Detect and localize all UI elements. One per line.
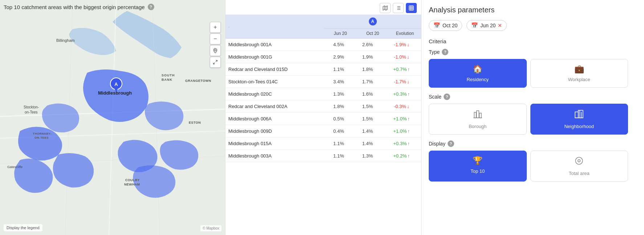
cell-name: Middlesbrough 003A	[225, 150, 324, 162]
criteria-section: Criteria Type ? 🏠 Residency 💼 Workplace	[429, 38, 628, 182]
cell-name: Redcar and Cleveland 015D	[225, 63, 324, 76]
cell-evolution: -1.0% ↓	[382, 51, 421, 63]
display-help-icon[interactable]: ?	[448, 140, 454, 147]
cell-jun20: 0.5%	[324, 113, 353, 125]
cell-evolution: -0.3% ↓	[382, 100, 421, 113]
fullscreen-button[interactable]	[210, 57, 221, 68]
option-total-area[interactable]: Total area	[530, 151, 628, 182]
cell-jun20: 1.1%	[324, 138, 353, 150]
type-label: Type ?	[429, 49, 628, 55]
col-oct20-header: Oct 20	[356, 29, 389, 38]
cell-evolution: +0.2% ↑	[382, 150, 421, 162]
col-evolution-header: Evolution	[389, 29, 421, 38]
svg-text:Billingham: Billingham	[56, 38, 75, 43]
arrow-down-icon: ↓	[407, 42, 409, 47]
svg-rect-41	[477, 111, 479, 118]
svg-point-50	[578, 160, 580, 162]
mapbox-logo: © Mapbox	[200, 225, 221, 231]
svg-text:THORNABY-: THORNABY-	[33, 132, 52, 135]
table-row: Middlesbrough 020C 1.3% 1.6% +0.3% ↑	[225, 88, 421, 100]
trophy-icon: 🏆	[473, 156, 482, 166]
svg-rect-42	[479, 113, 481, 118]
svg-text:A: A	[114, 81, 118, 87]
svg-text:Gatescliffe: Gatescliffe	[7, 165, 23, 169]
view-table-button[interactable]	[406, 3, 417, 13]
cell-oct20: 1.3%	[353, 150, 382, 162]
svg-line-25	[213, 63, 215, 64]
col-name-header: -	[225, 15, 324, 39]
scale-help-icon[interactable]: ?	[444, 93, 450, 100]
col-jun20-header: Jun 20	[324, 29, 356, 38]
table-row: Middlesbrough 015A 1.1% 1.4% +0.3% ↑	[225, 138, 421, 150]
view-map-button[interactable]	[380, 3, 391, 13]
svg-line-24	[216, 60, 217, 62]
option-top10[interactable]: 🏆 Top 10	[429, 151, 527, 182]
date-oct20-label: Oct 20	[443, 23, 457, 28]
title-text: Top 10 catchment areas with the biggest …	[4, 4, 145, 10]
svg-rect-35	[409, 6, 413, 10]
cell-oct20: 2.6%	[353, 39, 382, 51]
cell-oct20: 1.5%	[353, 113, 382, 125]
analysis-title: Analysis parameters	[429, 6, 628, 14]
svg-text:SOUTH: SOUTH	[162, 73, 175, 77]
zoom-out-button[interactable]: −	[210, 33, 221, 44]
arrow-down-icon: ↓	[407, 104, 409, 109]
home-icon: 🏠	[473, 64, 482, 74]
table-row: Redcar and Cleveland 002A 1.8% 1.5% -0.3…	[225, 100, 421, 113]
cell-jun20: 1.1%	[324, 63, 353, 76]
analysis-panel: Analysis parameters 📅 Oct 20 📅 Jun 20 ✕ …	[421, 0, 635, 235]
cell-evolution: +1.0% ↑	[382, 125, 421, 138]
criteria-label: Criteria	[429, 38, 628, 44]
arrow-up-icon: ↑	[408, 91, 410, 97]
borough-label: Borough	[469, 124, 486, 129]
arrow-down-icon: ↓	[407, 54, 409, 60]
cell-name: Middlesbrough 006A	[225, 113, 324, 125]
location-button[interactable]	[210, 45, 221, 56]
arrow-down-icon: ↓	[407, 79, 409, 84]
briefcase-icon: 💼	[574, 64, 584, 74]
cell-evolution: +0.7% ↑	[382, 63, 421, 76]
svg-text:GRANGETOWN: GRANGETOWN	[185, 79, 211, 83]
zoom-in-button[interactable]: +	[210, 22, 221, 33]
data-table-container: - A Jun 20 Oct 20 Evolution	[225, 15, 421, 235]
option-workplace[interactable]: 💼 Workplace	[530, 59, 628, 88]
option-borough[interactable]: Borough	[429, 104, 527, 135]
table-row: Stockton-on-Tees 014C 3.4% 1.7% -1.7% ↓	[225, 76, 421, 88]
svg-rect-45	[578, 110, 583, 118]
arrow-up-icon: ↑	[408, 128, 410, 134]
table-row: Middlesbrough 003A 1.1% 1.3% +0.2% ↑	[225, 150, 421, 162]
date-chip-jun20[interactable]: 📅 Jun 20 ✕	[466, 20, 507, 31]
cell-jun20: 3.4%	[324, 76, 353, 88]
date-chip-oct20[interactable]: 📅 Oct 20	[429, 20, 462, 31]
cell-oct20: 1.6%	[353, 88, 382, 100]
map-legend[interactable]: Display the legend	[4, 224, 42, 231]
cell-name: Middlesbrough 001A	[225, 39, 324, 51]
cell-name: Middlesbrough 001G	[225, 51, 324, 63]
type-help-icon[interactable]: ?	[442, 49, 448, 55]
cell-evolution: -1.9% ↓	[382, 39, 421, 51]
table-row: Middlesbrough 001A 4.5% 2.6% -1.9% ↓	[225, 39, 421, 51]
date-close-icon[interactable]: ✕	[498, 23, 502, 28]
top10-label: Top 10	[470, 168, 485, 174]
table-row: Middlesbrough 006A 0.5% 1.5% +1.0% ↑	[225, 113, 421, 125]
cell-oct20: 1.4%	[353, 125, 382, 138]
legend-label: Display the legend	[7, 226, 40, 230]
title-help-icon[interactable]: ?	[148, 4, 154, 10]
cell-evolution: +0.3% ↑	[382, 88, 421, 100]
svg-text:Stockton-: Stockton-	[24, 105, 39, 109]
svg-text:BANK: BANK	[162, 78, 172, 81]
scale-label: Scale ?	[429, 93, 628, 100]
option-neighborhood[interactable]: Neighborhood	[530, 104, 628, 135]
svg-rect-44	[575, 112, 578, 118]
cell-oct20: 1.4%	[353, 138, 382, 150]
data-panel: - A Jun 20 Oct 20 Evolution	[225, 0, 421, 235]
cell-oct20: 1.5%	[353, 100, 382, 113]
arrow-up-icon: ↑	[408, 141, 410, 146]
circle-icon	[574, 156, 584, 168]
type-options: 🏠 Residency 💼 Workplace	[429, 59, 628, 88]
svg-point-49	[576, 157, 583, 164]
option-residency[interactable]: 🏠 Residency	[429, 59, 527, 88]
view-list-button[interactable]	[393, 3, 404, 13]
cell-oct20: 1.8%	[353, 63, 382, 76]
svg-text:ESTON: ESTON	[189, 121, 201, 124]
